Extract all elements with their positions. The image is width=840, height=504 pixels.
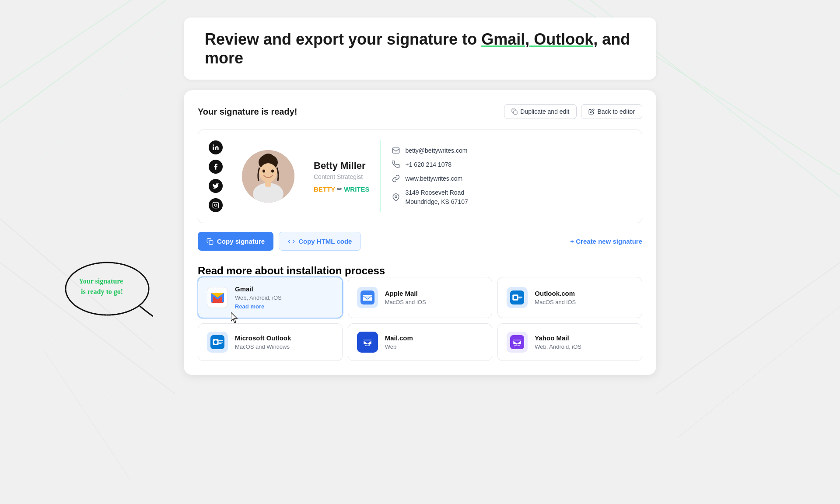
outlook-com-icon	[507, 287, 528, 308]
yahoo-mail-icon: yahoo!	[507, 332, 528, 353]
svg-rect-14	[514, 111, 518, 115]
linkedin-icon[interactable]	[209, 140, 223, 154]
website-value: www.bettywrites.com	[406, 175, 463, 182]
avatar	[242, 150, 294, 203]
facebook-icon[interactable]	[209, 160, 223, 174]
ms-outlook-icon	[207, 332, 228, 353]
social-icons-column	[209, 140, 231, 212]
code-icon	[288, 238, 295, 245]
address-row: 3149 Roosevelt Road Moundridge, KS 67107	[392, 188, 631, 206]
install-card-gmail[interactable]: Gmail Web, Android, iOS Read more	[198, 277, 343, 318]
email-value: betty@bettywrites.com	[406, 147, 468, 154]
page-title: Review and export your signature to Gmai…	[205, 30, 635, 67]
svg-point-32	[514, 296, 517, 299]
signer-job-title: Content Strategist	[314, 173, 370, 180]
svg-text:yahoo!: yahoo!	[514, 345, 521, 347]
header-actions: Duplicate and edit Back to editor	[504, 104, 642, 119]
instagram-icon[interactable]	[209, 198, 223, 212]
gmail-icon	[207, 287, 228, 308]
duplicate-edit-button[interactable]: Duplicate and edit	[504, 104, 577, 119]
website-icon	[392, 174, 400, 183]
brand-logo: BETTY ✏ WRITES	[314, 186, 370, 193]
phone-icon	[392, 160, 400, 169]
install-card-apple-mail[interactable]: Apple Mail MacOS and iOS	[348, 277, 493, 318]
svg-rect-39	[219, 340, 223, 341]
svg-rect-16	[213, 203, 218, 208]
svg-rect-23	[265, 180, 271, 187]
apple-mail-info: Apple Mail MacOS and iOS	[385, 290, 426, 306]
svg-point-24	[262, 170, 265, 173]
svg-rect-40	[219, 342, 223, 343]
installation-title: Read more about installation process	[198, 265, 642, 277]
svg-point-38	[214, 340, 217, 344]
contact-info: betty@bettywrites.com +1 620 214 1078 ww…	[392, 140, 631, 212]
mailcom-icon: mail	[357, 332, 378, 353]
apple-mail-icon	[357, 287, 378, 308]
svg-point-15	[213, 145, 214, 146]
svg-point-21	[259, 163, 277, 182]
svg-point-20	[262, 154, 274, 164]
install-card-outlook-com[interactable]: Outlook.com MacOS and iOS	[497, 277, 642, 318]
duplicate-icon	[511, 108, 518, 115]
mailcom-info: Mail.com Web	[385, 334, 413, 350]
action-buttons-row: Copy signature Copy HTML code + Create n…	[198, 232, 642, 251]
copy-buttons: Copy signature Copy HTML code	[198, 232, 361, 251]
svg-rect-34	[518, 298, 522, 298]
svg-rect-28	[209, 241, 213, 245]
create-new-signature-button[interactable]: + Create new signature	[570, 238, 642, 245]
editor-icon	[588, 108, 595, 115]
installation-section: Read more about installation process	[198, 265, 642, 361]
signature-divider	[380, 140, 381, 212]
phone-row: +1 620 214 1078	[392, 160, 631, 169]
svg-text:mail: mail	[365, 344, 370, 347]
ms-outlook-info: Microsoft Outlook MacOS and Windows	[235, 334, 291, 350]
website-row: www.bettywrites.com	[392, 174, 631, 183]
svg-point-25	[271, 170, 274, 173]
main-card: Your signature is ready! Duplicate and e…	[184, 90, 656, 375]
avatar-section	[231, 140, 305, 212]
card-header: Your signature is ready! Duplicate and e…	[198, 104, 642, 119]
address-value: 3149 Roosevelt Road Moundridge, KS 67107	[406, 188, 468, 206]
signature-preview: Betty Miller Content Strategist BETTY ✏ …	[198, 130, 642, 223]
svg-rect-33	[518, 296, 522, 296]
phone-value: +1 620 214 1078	[406, 161, 452, 168]
svg-point-27	[395, 196, 397, 198]
svg-rect-35	[518, 299, 522, 299]
email-icon	[392, 146, 400, 155]
gmail-read-more-link[interactable]: Read more	[235, 303, 282, 310]
copy-signature-button[interactable]: Copy signature	[198, 232, 273, 251]
svg-rect-41	[219, 343, 222, 344]
install-card-ms-outlook[interactable]: Microsoft Outlook MacOS and Windows	[198, 323, 343, 361]
twitter-icon[interactable]	[209, 179, 223, 193]
back-to-editor-button[interactable]: Back to editor	[581, 104, 642, 119]
copy-icon	[206, 238, 214, 245]
install-app-grid: Gmail Web, Android, iOS Read more	[198, 277, 642, 361]
yahoo-mail-info: Yahoo Mail Web, Android, iOS	[535, 334, 581, 350]
install-card-mailcom[interactable]: mail Mail.com Web	[348, 323, 493, 361]
header-banner: Review and export your signature to Gmai…	[184, 18, 656, 80]
svg-rect-26	[392, 148, 399, 153]
gmail-info: Gmail Web, Android, iOS Read more	[235, 285, 282, 310]
copy-html-button[interactable]: Copy HTML code	[279, 232, 361, 251]
card-title: Your signature is ready!	[198, 107, 297, 117]
email-row: betty@bettywrites.com	[392, 146, 631, 155]
signer-name: Betty Miller	[314, 160, 370, 172]
address-icon	[392, 193, 400, 202]
outlook-com-info: Outlook.com MacOS and iOS	[535, 290, 576, 306]
install-card-yahoo-mail[interactable]: yahoo! Yahoo Mail Web, Android, iOS	[497, 323, 642, 361]
signature-name-area: Betty Miller Content Strategist BETTY ✏ …	[305, 140, 370, 212]
